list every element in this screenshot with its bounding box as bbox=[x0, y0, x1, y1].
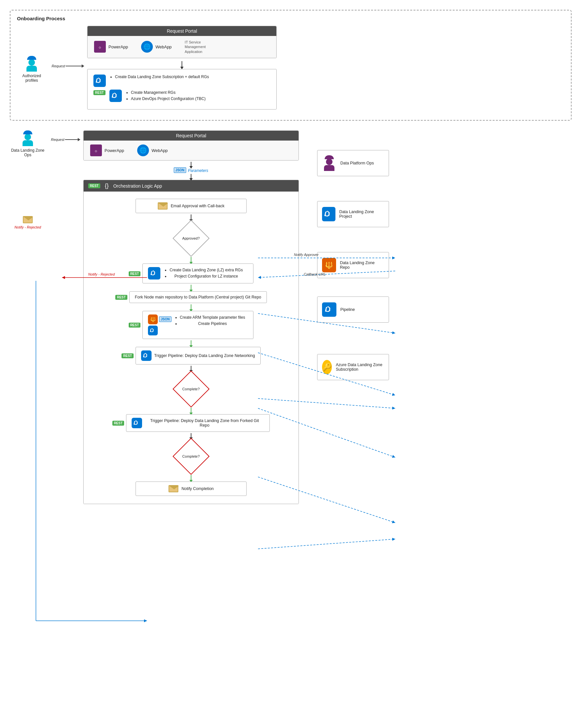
data-lz-repo-icon: 🔱 bbox=[322, 258, 336, 272]
arm-template-box: 🔱 JSON Create ARM Template parame bbox=[142, 311, 253, 339]
complete1-label: Complete? bbox=[182, 387, 199, 391]
arrow-down-4 bbox=[191, 214, 191, 220]
complete2-label: Complete? bbox=[182, 454, 199, 458]
params-label: Parameters bbox=[188, 168, 209, 173]
notify-rejected-label: Notify - Rejected bbox=[15, 225, 41, 229]
email-approval-row: Email Approval with Call-back bbox=[141, 202, 241, 210]
arrow-down-green-4 bbox=[191, 340, 191, 345]
arrowhead-2 bbox=[78, 138, 80, 141]
pipeline-entity: Pipeline bbox=[317, 296, 389, 323]
trigger-forked-box: Trigger Pipeline: Deploy Data Landing Zo… bbox=[126, 414, 270, 432]
trigger-network-content: Trigger Pipeline: Deploy Data Landing Zo… bbox=[141, 350, 255, 361]
create-lz-bullet-2: Project Configuration for LZ instance bbox=[169, 273, 243, 280]
json-params-arrow: JSON Parameters bbox=[174, 162, 208, 179]
hardhat-hat bbox=[27, 56, 36, 60]
webapp-icon-1: 🌐 bbox=[141, 41, 153, 53]
arrow-down-6 bbox=[191, 433, 191, 438]
step1-bullet-1: Create Data Landing Zone Subscription + … bbox=[115, 74, 209, 80]
it-service-text-1: IT Service Management Application bbox=[185, 40, 211, 54]
svg-text:⬦: ⬦ bbox=[94, 148, 98, 153]
arm-content: 🔱 JSON Create ARM Template parame bbox=[148, 314, 248, 335]
email-envelope-icon bbox=[158, 202, 168, 210]
create-lz-content: Create Data Landing Zone (LZ) extra RGs … bbox=[148, 267, 248, 280]
arrow-line-1 bbox=[66, 66, 82, 67]
trigger-forked-row: REST Trigger Pipeline: Deploy Data Landi… bbox=[88, 414, 294, 432]
git-icon-arm: 🔱 bbox=[148, 314, 158, 324]
center-flow-col: Request Portal ⬦ PowerApp 🌐 WebApp bbox=[83, 130, 299, 504]
arrow-down-5 bbox=[191, 366, 191, 370]
right-entities-col: Data Platform Ops Data Landing Zone Proj… bbox=[304, 130, 389, 380]
powerapp-icon-1: ⬦ bbox=[94, 41, 106, 53]
arm-icons-row: 🔱 JSON bbox=[148, 314, 171, 324]
data-lz-project-label: Data Landing Zone Project bbox=[339, 210, 384, 219]
data-platform-ops-icon bbox=[322, 155, 336, 171]
azure-devops-icon-step1 bbox=[93, 75, 106, 87]
devops-icon-lz bbox=[148, 267, 160, 280]
data-lz-ops-icon bbox=[21, 130, 35, 146]
arm-bullets: Create ARM Template parameter files Crea… bbox=[174, 314, 245, 327]
step1-bullets: Create Data Landing Zone Subscription + … bbox=[109, 74, 209, 80]
approved-diamond-wrapper: Approved? bbox=[173, 220, 209, 256]
step1-row: Create Data Landing Zone Subscription + … bbox=[93, 74, 271, 87]
main-flow-row: Data Landing Zone Ops Notify - Rejected … bbox=[10, 130, 572, 504]
webapp-item-2: 🌐 WebApp bbox=[137, 145, 168, 156]
portal-header-2: Request Portal bbox=[84, 131, 299, 140]
rest-badge-3: REST bbox=[115, 295, 128, 300]
create-lz-bullets: Create Data Landing Zone (LZ) extra RGs … bbox=[164, 267, 243, 280]
webapp-label-1: WebApp bbox=[156, 45, 172, 49]
devops-icon-trigger2 bbox=[132, 418, 142, 428]
arm-bullet-2: Create Pipelines bbox=[180, 321, 245, 327]
process-steps-box-1: Create Data Landing Zone Subscription + … bbox=[87, 69, 277, 109]
request-portal-1: Request Portal ⬦ PowerApp 🌐 W bbox=[87, 26, 277, 109]
complete1-diamond-wrapper: Complete? bbox=[173, 371, 209, 407]
step2-bullet-2: Azure DevOps Project Configuration (TBC) bbox=[131, 96, 206, 102]
notify-completion-label: Notify Completion bbox=[182, 487, 214, 491]
orchestration-content: Email Approval with Call-back Approved? bbox=[84, 191, 299, 503]
request-label-2: Request bbox=[51, 138, 64, 141]
approved-diamond: Approved? bbox=[172, 220, 210, 257]
data-lz-ops-label: Data Landing Zone Ops bbox=[10, 148, 46, 157]
arrow-down-green-2 bbox=[191, 285, 191, 290]
logic-app-icon: {} bbox=[105, 182, 109, 189]
svg-text:⬦: ⬦ bbox=[98, 44, 102, 50]
notify-completion-row: Notify Completion bbox=[141, 485, 241, 492]
rest-badge-4: REST bbox=[129, 323, 141, 328]
data-lz-project-entity: Data Landing Zone Project bbox=[317, 201, 389, 227]
authorized-profiles-label: Authorized profiles bbox=[17, 74, 46, 83]
svg-line-13 bbox=[258, 539, 395, 549]
pipeline-icon bbox=[322, 303, 336, 317]
arrow-down-green-5 bbox=[191, 408, 191, 413]
json-icon-arm: JSON bbox=[159, 316, 171, 322]
orchestration-outer: REST {} Orchestration Logic App Email Ap… bbox=[83, 180, 299, 504]
portal-header-1: Request Portal bbox=[87, 26, 276, 36]
create-lz-box: Create Data Landing Zone (LZ) extra RGs … bbox=[142, 263, 253, 283]
azure-devops-icon-2 bbox=[109, 89, 122, 102]
data-platform-ops-entity: Data Platform Ops bbox=[317, 150, 389, 176]
rest-badge-2: REST bbox=[129, 271, 141, 276]
trigger-forked-content: Trigger Pipeline: Deploy Data Landing Zo… bbox=[132, 418, 264, 428]
arrow-down-green-1 bbox=[191, 257, 191, 262]
request-portal-box-1: Request Portal ⬦ PowerApp 🌐 W bbox=[87, 26, 277, 58]
hardhat-face-2 bbox=[25, 134, 31, 140]
azure-subscription-label: Azure Data Landing Zone Subscription bbox=[336, 363, 384, 372]
notify-completion-wrapper: Notify Completion bbox=[88, 482, 294, 496]
hardhat-hat-2 bbox=[23, 130, 32, 134]
pipeline-label: Pipeline bbox=[340, 307, 355, 312]
json-icon: JSON bbox=[174, 167, 186, 173]
complete2-diamond-wrapper: Complete? bbox=[173, 438, 209, 474]
purple-face bbox=[326, 159, 332, 165]
arm-icons: 🔱 JSON bbox=[148, 314, 171, 335]
data-lz-project-icon bbox=[322, 207, 335, 221]
trigger-network-box: Trigger Pipeline: Deploy Data Landing Zo… bbox=[136, 347, 261, 364]
devops-icon-trigger1 bbox=[141, 350, 151, 361]
trigger-forked-label: Trigger Pipeline: Deploy Data Landing Zo… bbox=[145, 418, 264, 427]
portal-content-1: ⬦ PowerApp 🌐 WebApp IT Service Managemen… bbox=[87, 36, 276, 58]
data-lz-repo-label: Data Landing Zone Repo bbox=[340, 261, 384, 270]
orchestration-title: Orchestration Logic App bbox=[113, 183, 162, 189]
step2-bullet-1: Create Management RGs bbox=[131, 89, 206, 96]
create-lz-bullet-1: Create Data Landing Zone (LZ) extra RGs bbox=[169, 267, 243, 273]
email-approval-box: Email Approval with Call-back bbox=[136, 199, 247, 213]
data-lz-ops-actor: Data Landing Zone Ops bbox=[10, 130, 46, 157]
request-arrow-2: Request bbox=[51, 130, 78, 141]
azure-devops-icon-step2 bbox=[109, 89, 122, 102]
